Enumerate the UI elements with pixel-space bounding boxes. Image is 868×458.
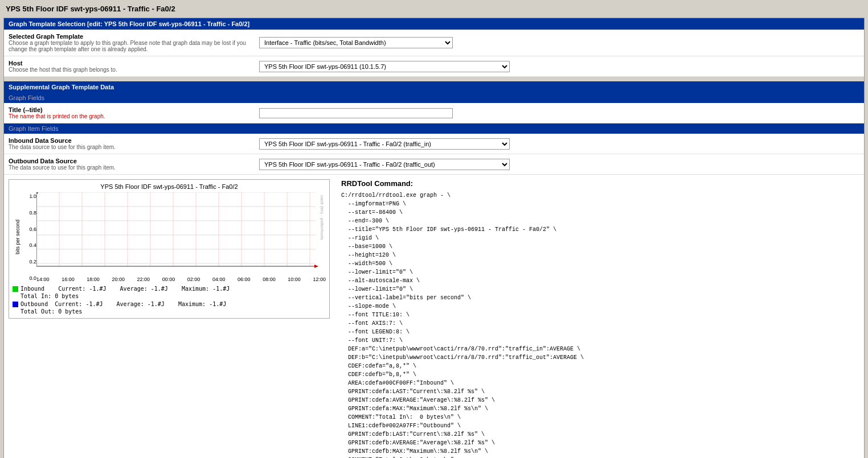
legend-row-outbound: Outbound Current: -1.#J Average: -1.#J M… — [13, 301, 326, 307]
legend-outbound-total: Total Out: 0 bytes — [13, 308, 326, 315]
outbound-desc: The data source to use for this graph it… — [9, 164, 259, 171]
selected-graph-template-select[interactable]: Interface - Traffic (bits/sec, Total Ban… — [259, 37, 453, 48]
graph-fields-subheader: Graph Fields — [4, 93, 864, 103]
outbound-control: YPS 5th Floor IDF swt-yps-06911 - Traffi… — [259, 159, 859, 170]
yaxis-label: bits per second — [15, 220, 21, 254]
supplemental-section-header: Supplemental Graph Template Data — [4, 81, 864, 93]
graph-sidebar-text: cacti (tm) - poller/tools — [320, 195, 325, 240]
xaxis-label-11: 12:00 — [313, 277, 326, 282]
host-label: Host — [9, 60, 259, 67]
legend-inbound-total: Total In: 0 bytes — [13, 293, 326, 299]
yaxis-val-0: 1.0 — [23, 193, 36, 199]
legend-inbound-text: Inbound Current: -1.#J Average: -1.#J Ma… — [21, 286, 230, 292]
bottom-section: YPS 5th Floor IDF swt-yps-06911 - Traffi… — [4, 175, 864, 458]
inbound-desc: The data source to use for this graph it… — [9, 144, 259, 150]
page-title: YPS 5th Floor IDF swt-yps-06911 - Traffi… — [0, 0, 868, 15]
inbound-color-box — [13, 286, 18, 292]
svg-marker-20 — [314, 265, 318, 268]
yaxis-val-5: 0.0 — [23, 275, 36, 281]
yaxis-val-2: 0.6 — [23, 226, 36, 232]
outbound-select[interactable]: YPS 5th Floor IDF swt-yps-06911 - Traffi… — [259, 159, 510, 170]
rrdtool-command-title: RRDTool Command: — [341, 179, 857, 188]
legend-row-inbound: Inbound Current: -1.#J Average: -1.#J Ma… — [13, 286, 326, 292]
legend-outbound-text: Outbound Current: -1.#J Average: -1.#J M… — [21, 301, 226, 307]
yaxis-val-4: 0.2 — [23, 259, 36, 265]
selected-graph-template-desc: Choose a graph template to apply to this… — [9, 40, 259, 52]
xaxis-label-3: 20:00 — [112, 277, 125, 282]
xaxis-label-2: 18:00 — [87, 277, 100, 282]
xaxis-label-10: 10:00 — [288, 277, 301, 282]
graph-box: YPS 5th Floor IDF swt-yps-06911 - Traffi… — [9, 179, 330, 319]
selected-graph-template-control: Interface - Traffic (bits/sec, Total Ban… — [259, 37, 859, 48]
graph-svg — [36, 192, 326, 278]
host-select[interactable]: YPS 5th Floor IDF swt-yps-06911 (10.1.5.… — [259, 61, 510, 72]
inbound-select[interactable]: YPS 5th Floor IDF swt-yps-06911 - Traffi… — [259, 138, 510, 150]
graph-legend: Inbound Current: -1.#J Average: -1.#J Ma… — [13, 286, 326, 315]
title-field-control: |host_description| - Traffic - |query_if… — [259, 108, 859, 118]
xaxis-label-6: 02:00 — [187, 277, 200, 282]
xaxis-label-8: 06:00 — [238, 277, 251, 282]
outbound-row: Outbound Data Source The data source to … — [4, 154, 864, 175]
selected-graph-template-label: Selected Graph Template — [9, 33, 259, 40]
xaxis-label-5: 00:00 — [162, 277, 175, 282]
xaxis-label-9: 08:00 — [263, 277, 276, 282]
outbound-label: Outbound Data Source — [9, 158, 259, 164]
outbound-color-box — [13, 302, 18, 307]
rrdtool-area: RRDTool Command: C:/rrdtool/rrdtool.exe … — [334, 175, 864, 458]
yaxis-val-1: 0.8 — [23, 210, 36, 216]
graph-template-section-header: Graph Template Selection [edit: YPS 5th … — [4, 18, 864, 30]
inbound-label: Inbound Data Source — [9, 137, 259, 144]
xaxis-label-4: 22:00 — [137, 277, 150, 282]
xaxis-label-1: 16:00 — [62, 277, 75, 282]
host-desc: Choose the host that this graph belongs … — [9, 67, 259, 73]
xaxis-label-7: 04:00 — [212, 277, 226, 282]
title-field-input[interactable]: |host_description| - Traffic - |query_if… — [259, 108, 453, 118]
inbound-control: YPS 5th Floor IDF swt-yps-06911 - Traffi… — [259, 138, 859, 150]
host-row: Host Choose the host that this graph bel… — [4, 56, 864, 77]
rrdtool-command-text: C:/rrdtool/rrdtool.exe graph - \ --imgfo… — [341, 191, 857, 458]
yaxis-val-3: 0.4 — [23, 242, 36, 248]
inbound-row: Inbound Data Source The data source to u… — [4, 134, 864, 154]
title-field-desc: The name that is printed on the graph. — [9, 113, 259, 119]
graph-item-fields-subheader: Graph Item Fields — [4, 123, 864, 134]
title-field-label: Title (--title) — [9, 106, 259, 113]
title-field-row: Title (--title) The name that is printed… — [4, 103, 864, 123]
graph-chart-title: YPS 5th Floor IDF swt-yps-06911 - Traffi… — [13, 183, 326, 190]
selected-graph-template-row: Selected Graph Template Choose a graph t… — [4, 30, 864, 56]
graph-area: YPS 5th Floor IDF swt-yps-06911 - Traffi… — [4, 175, 334, 458]
host-control: YPS 5th Floor IDF swt-yps-06911 (10.1.5.… — [259, 61, 859, 72]
xaxis-label-0: 14:00 — [36, 277, 50, 282]
